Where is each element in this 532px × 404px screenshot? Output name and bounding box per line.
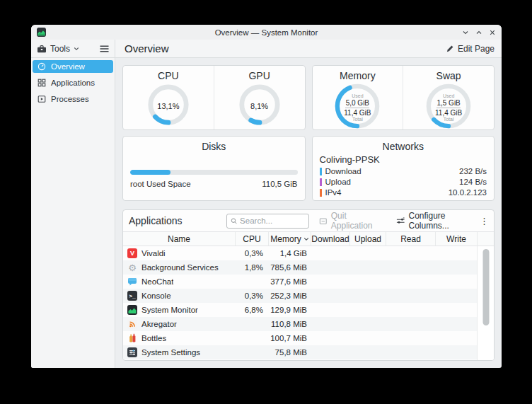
network-ipv4-row: IPv4 10.0.2.123 <box>320 188 487 197</box>
close-button[interactable] <box>489 29 496 36</box>
column-header-download[interactable]: Download <box>311 232 349 246</box>
konsole-icon: >_ <box>127 291 137 301</box>
sidebar-item-processes[interactable]: Processes <box>33 93 113 105</box>
column-header-name[interactable]: Name <box>123 232 235 246</box>
ipv4-value: 10.0.2.123 <box>449 188 487 197</box>
download-value: 232 B/s <box>459 167 487 175</box>
column-header-write[interactable]: Write <box>435 232 477 246</box>
table-body: V Vivaldi 0,3% 1,4 GiB <box>123 246 494 360</box>
swap-gauge: Used 1,5 GiB 11,4 GiB Total <box>425 83 472 130</box>
disk-usage-bar <box>130 170 298 175</box>
memory-swap-card: Memory Used 5,0 GiB 11,4 GiB <box>312 65 495 130</box>
table-scrollbar-track[interactable] <box>477 246 494 360</box>
network-download-row: Download 232 B/s <box>320 167 487 175</box>
cpu-value: 13,1% <box>157 102 179 110</box>
quit-application-button[interactable]: Quit Application <box>319 211 383 231</box>
column-header-memory[interactable]: Memory <box>268 232 311 246</box>
neochat-icon <box>127 277 137 287</box>
table-row-bottles[interactable]: Bottles 100,7 MiB <box>123 331 477 345</box>
chevron-down-icon <box>74 47 79 51</box>
cpu-gpu-card: CPU 13,1% GPU <box>122 65 306 130</box>
download-label: Download <box>325 167 362 175</box>
table-row-konsole[interactable]: >_ Konsole 0,3% 252,3 MiB <box>123 289 477 303</box>
upload-label: Upload <box>325 178 351 186</box>
process-run-icon <box>37 95 46 103</box>
cpu-title: CPU <box>158 70 179 81</box>
search-box[interactable] <box>226 214 310 229</box>
page-title: Overview <box>125 42 169 54</box>
disk-usage-fill <box>130 170 170 175</box>
upload-value: 124 B/s <box>459 178 487 186</box>
download-color-swatch <box>320 168 322 175</box>
configure-columns-button[interactable]: Configure Columns... <box>396 211 480 231</box>
minimize-button[interactable] <box>462 29 469 36</box>
networks-title: Networks <box>383 141 424 152</box>
maximize-button[interactable] <box>475 29 482 36</box>
toolbar: Tools Overview Edit Page <box>31 40 502 58</box>
ipv4-color-swatch <box>320 189 322 197</box>
speedometer-icon <box>37 62 46 71</box>
memory-gauge-section: Memory Used 5,0 GiB 11,4 GiB <box>313 66 403 129</box>
quit-application-label: Quit Application <box>331 211 383 231</box>
system-monitor-window: Overview — System Monitor Tools <box>31 25 502 368</box>
memory-total-label: Total <box>352 117 363 122</box>
memory-used-label: Used <box>352 93 363 99</box>
gpu-gauge: 8,1% <box>238 83 282 129</box>
swap-used-value: 1,5 GiB <box>436 99 460 107</box>
sidebar-item-label: Applications <box>51 79 95 87</box>
column-header-cpu[interactable]: CPU <box>235 232 268 246</box>
disks-title: Disks <box>202 141 226 152</box>
vivaldi-icon: V <box>127 248 137 258</box>
applications-title: Applications <box>129 215 183 226</box>
disks-card: Disks root Used Space 110,5 GiB <box>122 136 306 201</box>
memory-total-value: 11,4 GiB <box>344 109 371 117</box>
quit-application-icon <box>319 217 328 226</box>
table-row-neochat[interactable]: NeoChat 377,6 MiB <box>123 275 477 289</box>
ipv4-label: IPv4 <box>325 188 342 197</box>
background-services-icon: ⚙ <box>127 262 137 272</box>
search-icon <box>231 217 238 225</box>
table-row-akregator[interactable]: Akregator 110,8 MiB <box>123 317 477 331</box>
gpu-gauge-section: GPU 8,1% <box>214 66 305 129</box>
hamburger-menu-button[interactable] <box>100 42 109 55</box>
sidebar-item-applications[interactable]: Applications <box>33 76 113 89</box>
cpu-gauge: 13,1% <box>146 83 190 129</box>
table-row-system-monitor[interactable]: System Monitor 6,8% 129,9 MiB <box>123 303 477 317</box>
overview-page: CPU 13,1% GPU <box>115 58 502 368</box>
swap-gauge-section: Swap Used 1,5 GiB 11,4 GiB <box>403 66 494 129</box>
configure-columns-icon <box>396 217 405 225</box>
swap-title: Swap <box>436 70 461 81</box>
table-row-system-settings[interactable]: System Settings 75,8 MiB <box>123 345 477 359</box>
sidebar: Overview Applications Processes <box>31 58 115 368</box>
sidebar-item-label: Processes <box>51 95 89 103</box>
fraction-divider <box>436 108 461 108</box>
memory-used-value: 5,0 GiB <box>346 99 369 107</box>
network-upload-row: Upload 124 B/s <box>320 178 487 186</box>
edit-page-button[interactable]: Edit Page <box>446 44 495 54</box>
column-header-upload[interactable]: Upload <box>349 232 386 246</box>
grid-icon <box>37 79 46 87</box>
upload-color-swatch <box>320 178 322 186</box>
disk-value: 110,5 GiB <box>262 180 297 188</box>
tools-menu-button[interactable]: Tools <box>37 44 79 54</box>
titlebar: Overview — System Monitor <box>31 25 502 40</box>
table-row-vivaldi[interactable]: V Vivaldi 0,3% 1,4 GiB <box>123 246 477 260</box>
fraction-divider <box>345 108 369 108</box>
edit-page-label: Edit Page <box>458 44 495 54</box>
memory-gauge: Used 5,0 GiB 11,4 GiB Total <box>334 83 381 130</box>
search-input[interactable] <box>240 217 305 225</box>
configure-columns-label: Configure Columns... <box>409 211 480 231</box>
pencil-icon <box>446 45 454 53</box>
table-row-background-services[interactable]: ⚙ Background Services 1,8% 785,6 MiB <box>123 260 477 275</box>
column-header-read[interactable]: Read <box>386 232 435 246</box>
column-header-scroll-spacer <box>477 232 494 246</box>
applications-panel: Applications Quit Application <box>122 209 495 361</box>
overflow-menu-button[interactable]: ⋮ <box>480 216 488 226</box>
table-scrollbar-thumb[interactable] <box>482 249 489 325</box>
disk-label: root Used Space <box>130 180 191 188</box>
swap-total-label: Total <box>444 117 454 122</box>
gpu-value: 8,1% <box>250 102 268 110</box>
applications-header: Applications Quit Application <box>123 210 494 231</box>
network-interface-name: Coliving-PPSK <box>320 154 380 165</box>
sidebar-item-overview[interactable]: Overview <box>33 60 113 73</box>
